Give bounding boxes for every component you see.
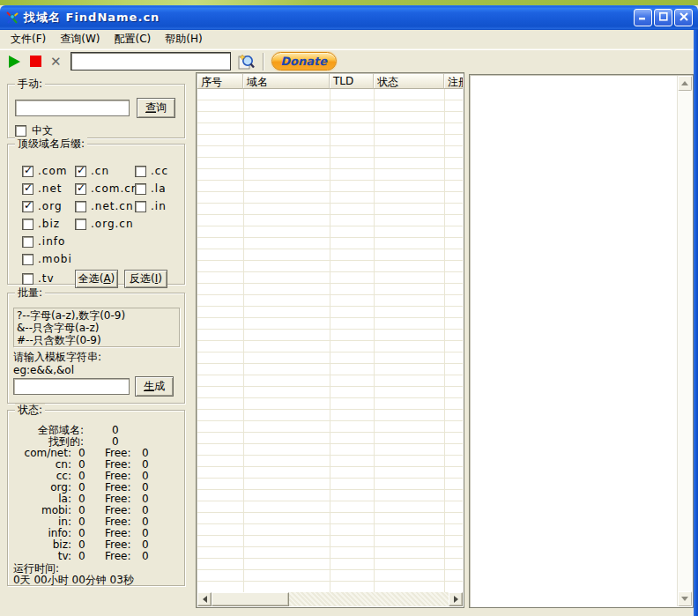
results-listview: 序号 域名 TLD 状态 注册 bbox=[196, 72, 464, 608]
status-row-cc: cc:0 Free:0 bbox=[13, 471, 181, 482]
status-row-org: org:0 Free:0 bbox=[13, 482, 181, 494]
status-row-info: info:0 Free:0 bbox=[13, 528, 181, 539]
search-icon[interactable] bbox=[236, 52, 257, 71]
chinese-checkbox-label: 中文 bbox=[32, 123, 53, 138]
client-area: 手动: 查询 ✓ 中文 顶级域名后缀: ✓.com ✓.cn ✓.cc ✓.ne… bbox=[0, 72, 698, 616]
runtime-value: 0天 00小时 00分钟 03秒 bbox=[13, 575, 181, 586]
status-total-row: 全部域名:0 bbox=[13, 425, 181, 436]
tld-checkbox-com-cn[interactable]: ✓ bbox=[75, 183, 86, 195]
column-header-domain[interactable]: 域名 bbox=[243, 74, 330, 89]
titlebar[interactable]: 找域名 FindName.cn bbox=[0, 5, 698, 30]
horizontal-scrollbar-track[interactable] bbox=[289, 592, 449, 606]
grid-line bbox=[444, 89, 445, 592]
clear-icon[interactable]: ✕ bbox=[50, 56, 62, 68]
tld-checkbox-in[interactable]: ✓ bbox=[135, 201, 146, 212]
maximize-button[interactable] bbox=[654, 9, 672, 26]
column-header-status[interactable]: 状态 bbox=[374, 74, 444, 89]
column-header-index[interactable]: 序号 bbox=[197, 74, 243, 89]
horizontal-scrollbar[interactable] bbox=[197, 592, 463, 606]
tld-checkbox-net-cn[interactable]: ✓ bbox=[75, 201, 86, 212]
tld-checkbox-tv[interactable]: ✓ bbox=[22, 273, 33, 285]
window-title: 找域名 FindName.cn bbox=[24, 10, 160, 26]
manual-group: 手动: 查询 ✓ 中文 bbox=[7, 84, 185, 138]
status-row-biz: biz:0 Free:0 bbox=[13, 539, 181, 551]
scroll-up-icon[interactable] bbox=[678, 76, 692, 91]
grid-line bbox=[374, 89, 375, 592]
toolbar-separator bbox=[263, 53, 264, 71]
start-icon[interactable] bbox=[9, 56, 20, 68]
status-row-cn: cn:0 Free:0 bbox=[13, 459, 181, 471]
scroll-left-icon[interactable] bbox=[197, 592, 212, 606]
status-group: 状态: 全部域名:0 找到的:0 com/net:0 Free:0 cn:0 F… bbox=[7, 410, 185, 586]
tld-checkbox-cn[interactable]: ✓ bbox=[75, 166, 86, 177]
close-button[interactable] bbox=[674, 9, 693, 26]
status-row-tv: tv:0 Free:0 bbox=[13, 551, 181, 562]
menu-config[interactable]: 配置(C) bbox=[108, 29, 159, 49]
batch-group: 批量: ?--字母(a-z),数字(0-9) &--只含字母(a-z) #--只… bbox=[7, 293, 185, 404]
toolbar: ✕ Donate bbox=[0, 49, 698, 72]
donate-button[interactable]: Donate bbox=[271, 52, 337, 71]
generate-button[interactable]: 生成 bbox=[135, 376, 174, 397]
tld-checkbox-cc[interactable]: ✓ bbox=[135, 166, 146, 177]
manual-group-legend: 手动: bbox=[15, 78, 45, 90]
menu-file[interactable]: 文件(F) bbox=[4, 29, 53, 49]
vertical-scrollbar[interactable] bbox=[677, 76, 692, 606]
tld-checkbox-mobi[interactable]: ✓ bbox=[22, 254, 33, 265]
toolbar-search-input[interactable] bbox=[71, 52, 231, 71]
invert-selection-button[interactable]: 反选(I) bbox=[124, 270, 167, 288]
log-panel[interactable] bbox=[469, 74, 694, 608]
stop-icon[interactable] bbox=[30, 56, 41, 67]
tld-group-legend: 顶级域名后缀: bbox=[15, 137, 87, 150]
menu-help[interactable]: 帮助(H) bbox=[158, 29, 209, 49]
select-all-button[interactable]: 全选(A) bbox=[75, 270, 118, 288]
manual-query-button[interactable]: 查询 bbox=[137, 98, 175, 118]
results-header: 序号 域名 TLD 状态 注册 bbox=[197, 74, 463, 89]
tld-checkbox-org[interactable]: ✓ bbox=[22, 201, 33, 212]
app-window: 找域名 FindName.cn 文件(F) 查询(W) 配置(C) 帮助(H) … bbox=[0, 0, 698, 616]
batch-help-line: #--只含数字(0-9) bbox=[17, 334, 176, 346]
tld-checkbox-net[interactable]: ✓ bbox=[22, 183, 33, 195]
grid-line bbox=[243, 89, 244, 592]
tld-checkbox-com[interactable]: ✓ bbox=[22, 166, 33, 177]
grid-line bbox=[330, 89, 330, 592]
results-body[interactable] bbox=[197, 89, 463, 592]
minimize-button[interactable] bbox=[634, 9, 652, 26]
tld-checkbox-org-cn[interactable]: ✓ bbox=[75, 219, 86, 230]
batch-group-legend: 批量: bbox=[15, 286, 45, 299]
status-row-la: la:0 Free:0 bbox=[13, 494, 181, 505]
scroll-right-icon[interactable] bbox=[449, 592, 463, 606]
manual-domain-input[interactable] bbox=[15, 100, 130, 116]
scroll-down-icon[interactable] bbox=[678, 591, 692, 606]
tld-checkbox-la[interactable]: ✓ bbox=[135, 183, 146, 195]
app-icon bbox=[5, 11, 19, 25]
batch-help-line: &--只含字母(a-z) bbox=[17, 322, 176, 334]
menu-query[interactable]: 查询(W) bbox=[53, 29, 107, 49]
column-header-tld[interactable]: TLD bbox=[330, 74, 374, 89]
column-header-register[interactable]: 注册 bbox=[444, 74, 463, 89]
status-row-comnet: com/net:0 Free:0 bbox=[13, 448, 181, 459]
batch-help-box: ?--字母(a-z),数字(0-9) &--只含字母(a-z) #--只含数字(… bbox=[13, 308, 180, 347]
batch-help-line: ?--字母(a-z),数字(0-9) bbox=[17, 309, 176, 322]
status-row-in: in:0 Free:0 bbox=[13, 516, 181, 528]
batch-template-input[interactable] bbox=[13, 378, 130, 395]
window-border bbox=[694, 30, 698, 616]
tld-checkbox-info[interactable]: ✓ bbox=[22, 236, 33, 248]
tld-checkbox-biz[interactable]: ✓ bbox=[22, 219, 33, 230]
batch-prompt-label: 请输入模板字符串: bbox=[13, 350, 101, 365]
status-group-legend: 状态: bbox=[15, 404, 45, 416]
chinese-checkbox[interactable]: ✓ bbox=[15, 125, 26, 137]
horizontal-scrollbar-thumb[interactable] bbox=[212, 592, 289, 606]
tld-group: 顶级域名后缀: ✓.com ✓.cn ✓.cc ✓.net ✓.com.cn ✓… bbox=[7, 144, 185, 285]
menubar: 文件(F) 查询(W) 配置(C) 帮助(H) bbox=[0, 30, 698, 49]
batch-example-label: eg:e&&,&ol bbox=[13, 364, 74, 376]
status-row-mobi: mobi:0 Free:0 bbox=[13, 505, 181, 516]
